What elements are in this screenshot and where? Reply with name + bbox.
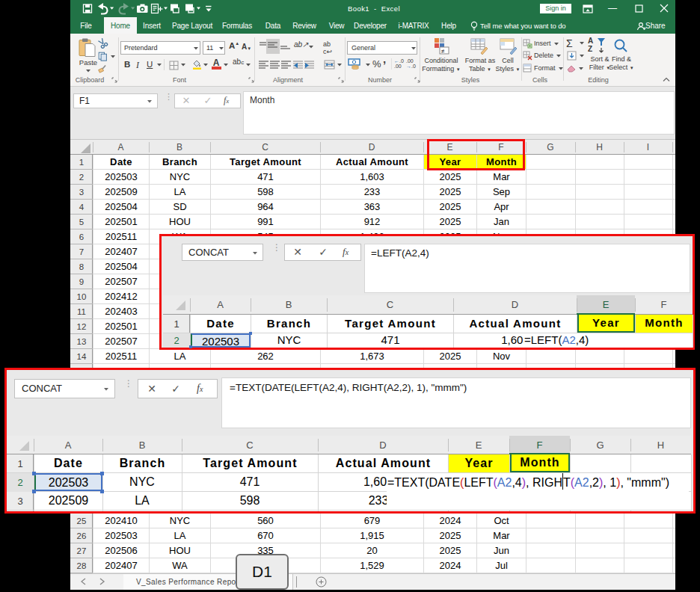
svg-text:≠: ≠ xyxy=(441,48,445,55)
